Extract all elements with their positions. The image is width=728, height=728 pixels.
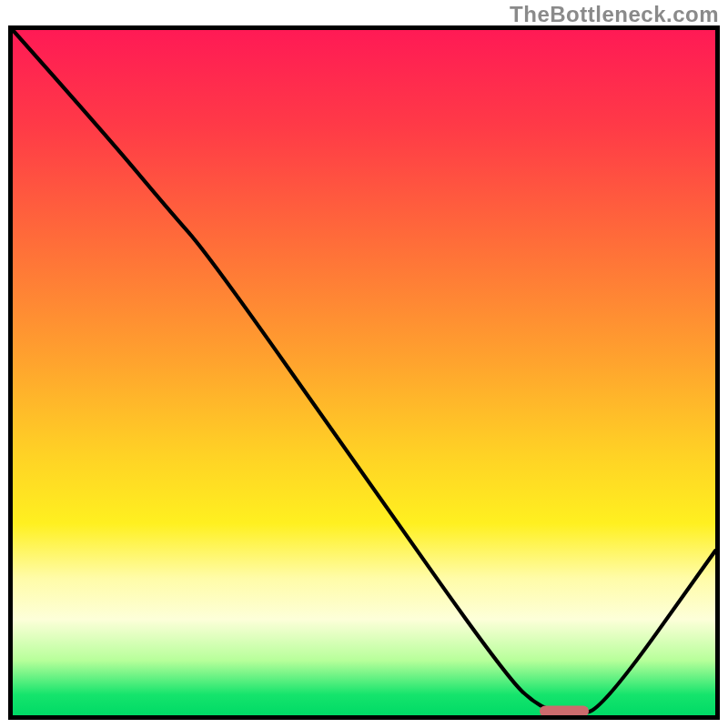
plot-border (8, 25, 720, 720)
chart-frame: TheBottleneck.com (0, 0, 728, 728)
watermark-text: TheBottleneck.com (510, 2, 719, 27)
